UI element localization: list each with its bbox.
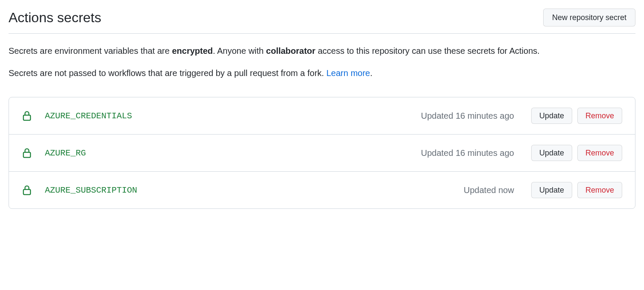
secret-actions: Update Remove [531, 108, 622, 124]
update-button[interactable]: Update [531, 108, 572, 124]
secret-row: AZURE_RG Updated 16 minutes ago Update R… [9, 135, 635, 172]
description-paragraph-1: Secrets are environment variables that a… [9, 44, 635, 58]
new-repository-secret-button[interactable]: New repository secret [543, 9, 635, 26]
secret-updated: Updated now [464, 185, 514, 195]
lock-icon [22, 147, 32, 159]
secret-row: AZURE_CREDENTIALS Updated 16 minutes ago… [9, 97, 635, 135]
desc-text: access to this repository can use these … [315, 46, 540, 56]
desc-bold-collaborator: collaborator [266, 46, 316, 56]
desc-text: Secrets are environment variables that a… [9, 46, 172, 56]
description-paragraph-2: Secrets are not passed to workflows that… [9, 66, 635, 80]
remove-button[interactable]: Remove [577, 145, 622, 161]
secret-row: AZURE_SUBSCRIPTION Updated now Update Re… [9, 172, 635, 208]
desc-text: Secrets are not passed to workflows that… [9, 68, 326, 78]
secrets-list: AZURE_CREDENTIALS Updated 16 minutes ago… [9, 97, 635, 209]
remove-button[interactable]: Remove [577, 182, 622, 198]
desc-bold-encrypted: encrypted [172, 46, 213, 56]
page-header: Actions secrets New repository secret [9, 9, 635, 34]
desc-text: . [370, 68, 373, 78]
secret-updated: Updated 16 minutes ago [421, 111, 514, 121]
lock-icon [22, 110, 32, 122]
remove-button[interactable]: Remove [577, 108, 622, 124]
lock-icon [22, 184, 32, 196]
secret-actions: Update Remove [531, 182, 622, 198]
learn-more-link[interactable]: Learn more [326, 68, 370, 78]
svg-rect-1 [24, 152, 31, 158]
svg-rect-2 [24, 190, 31, 195]
update-button[interactable]: Update [531, 145, 572, 161]
svg-rect-0 [24, 115, 31, 120]
page-title: Actions secrets [9, 10, 101, 26]
secret-name: AZURE_CREDENTIALS [45, 111, 421, 121]
update-button[interactable]: Update [531, 182, 572, 198]
secret-name: AZURE_SUBSCRIPTION [45, 185, 464, 195]
secret-actions: Update Remove [531, 145, 622, 161]
secret-name: AZURE_RG [45, 148, 421, 158]
secret-updated: Updated 16 minutes ago [421, 148, 514, 158]
desc-text: . Anyone with [213, 46, 266, 56]
